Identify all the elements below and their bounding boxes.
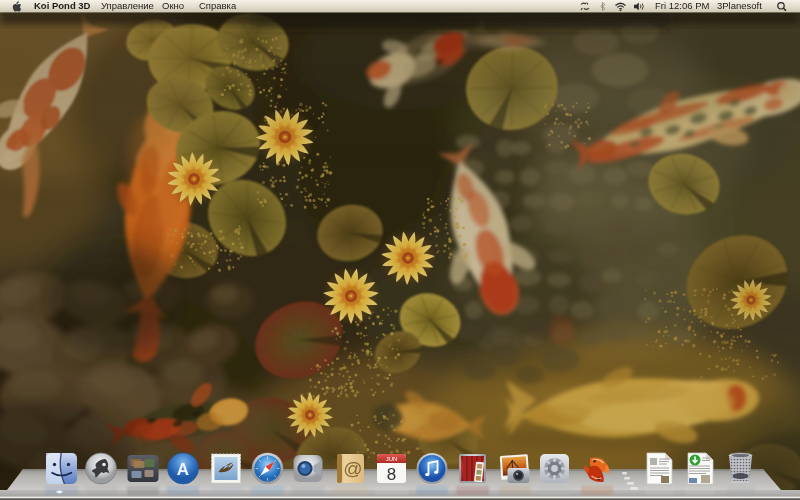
svg-text:Koi Pond 3D: Koi Pond 3D xyxy=(34,0,91,11)
svg-text:Справка: Справка xyxy=(199,0,237,11)
svg-text:8: 8 xyxy=(387,465,396,484)
svg-text:JUN: JUN xyxy=(386,456,398,462)
svg-text:@: @ xyxy=(343,458,362,479)
svg-text:Fri 12:06 PM: Fri 12:06 PM xyxy=(655,0,709,11)
svg-text:A: A xyxy=(177,460,189,479)
svg-text:Окно: Окно xyxy=(162,0,184,11)
svg-text:Управление: Управление xyxy=(101,0,154,11)
svg-text:3Planesoft: 3Planesoft xyxy=(717,0,762,11)
